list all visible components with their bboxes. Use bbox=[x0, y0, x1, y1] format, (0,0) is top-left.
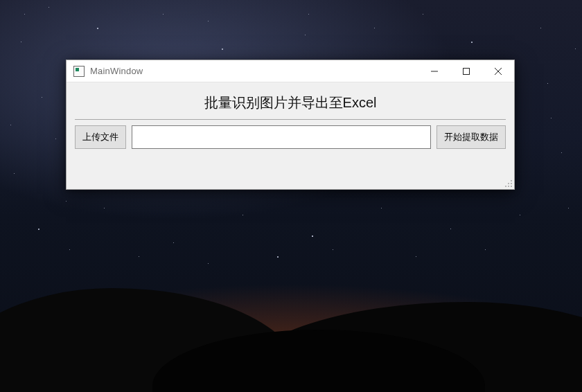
maximize-icon bbox=[463, 68, 470, 75]
app-icon bbox=[73, 66, 85, 77]
file-path-input[interactable] bbox=[132, 125, 431, 149]
main-window: MainWindow 批量识别图片并导出至Excel 上传文件 开始提取数据 bbox=[66, 60, 515, 190]
svg-rect-1 bbox=[511, 180, 512, 181]
minimize-button[interactable] bbox=[418, 60, 450, 82]
resize-grip[interactable] bbox=[504, 179, 513, 188]
divider bbox=[75, 119, 506, 120]
page-title: 批量识别图片并导出至Excel bbox=[75, 89, 506, 119]
close-icon bbox=[495, 68, 502, 75]
svg-rect-6 bbox=[505, 186, 506, 187]
svg-rect-0 bbox=[464, 68, 470, 74]
window-title: MainWindow bbox=[90, 66, 143, 76]
resize-grip-icon bbox=[504, 179, 513, 188]
close-button[interactable] bbox=[482, 60, 514, 82]
window-client-area: 批量识别图片并导出至Excel 上传文件 开始提取数据 bbox=[67, 82, 514, 189]
upload-file-button[interactable]: 上传文件 bbox=[75, 125, 126, 149]
maximize-button[interactable] bbox=[450, 60, 482, 82]
controls-row: 上传文件 开始提取数据 bbox=[75, 125, 506, 149]
svg-rect-4 bbox=[511, 186, 512, 187]
desktop-background: MainWindow 批量识别图片并导出至Excel 上传文件 开始提取数据 bbox=[0, 0, 582, 392]
titlebar[interactable]: MainWindow bbox=[67, 60, 514, 82]
start-extract-button[interactable]: 开始提取数据 bbox=[436, 125, 506, 149]
svg-rect-5 bbox=[508, 186, 509, 187]
minimize-icon bbox=[431, 68, 438, 75]
svg-rect-3 bbox=[508, 183, 509, 184]
svg-rect-2 bbox=[511, 183, 512, 184]
